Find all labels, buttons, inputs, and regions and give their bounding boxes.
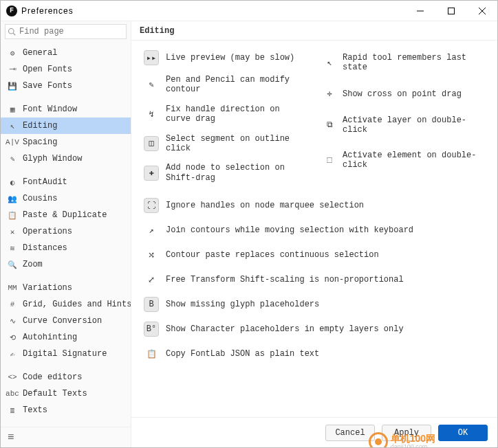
option-label: Ignore handles on node marquee selection bbox=[166, 201, 364, 210]
sidebar-item-zoom[interactable]: 🔍Zoom bbox=[1, 256, 131, 273]
tools-icon: ✕ bbox=[8, 227, 17, 236]
cursor-icon: ↖ bbox=[8, 121, 17, 131]
sidebar-item-label: Open Fonts bbox=[23, 65, 72, 74]
option-toggle[interactable]: ⤭Contour paste replaces continuous selec… bbox=[144, 247, 485, 262]
cancel-button[interactable]: Cancel bbox=[325, 425, 375, 441]
option-icon: ↯ bbox=[144, 107, 159, 122]
option-toggle[interactable]: B°Show Character placeholders in empty l… bbox=[144, 322, 485, 337]
option-toggle[interactable]: ⤢Free Transform Shift-scaling is non-pro… bbox=[144, 272, 485, 287]
option-toggle[interactable]: ⬚Activate element on double-click bbox=[323, 150, 485, 170]
sidebar-item-code-editors[interactable]: <>Code editors bbox=[1, 369, 131, 385]
sidebar-item-label: Font Window bbox=[23, 104, 77, 114]
option-label: Join contours while moving selection wit… bbox=[166, 225, 413, 235]
save-icon: 💾 bbox=[8, 81, 17, 91]
option-icon: ✛ bbox=[323, 88, 336, 100]
gear-icon: ⚙ bbox=[8, 48, 17, 58]
sidebar-item-cousins[interactable]: 👥Cousins bbox=[1, 190, 131, 207]
option-toggle[interactable]: ⧉Activate layer on double-click bbox=[323, 115, 485, 135]
sidebar-item-default-texts[interactable]: abcDefault Texts bbox=[1, 385, 131, 402]
sidebar-item-label: Glyph Window bbox=[23, 154, 82, 164]
minimize-button[interactable] bbox=[404, 1, 435, 21]
sidebar-item-grid-guides-and-hints[interactable]: #Grid, Guides and Hints bbox=[1, 296, 131, 313]
svg-rect-1 bbox=[448, 8, 454, 14]
glyph-icon: ✎ bbox=[8, 154, 17, 164]
sidebar-item-font-window[interactable]: ▦Font Window bbox=[1, 101, 131, 117]
option-icon: ↖ bbox=[323, 56, 336, 69]
sidebar-item-save-fonts[interactable]: 💾Save Fonts bbox=[1, 78, 131, 94]
sidebar-item-label: Autohinting bbox=[23, 333, 77, 342]
option-toggle[interactable]: ◫Select segment on outline click bbox=[144, 134, 303, 154]
option-toggle[interactable]: ↯Fix handle direction on curve drag bbox=[144, 104, 303, 124]
sidebar-item-autohinting[interactable]: ⟲Autohinting bbox=[1, 329, 131, 346]
sidebar-item-fontaudit[interactable]: ◐FontAudit bbox=[1, 174, 131, 190]
sidebar-item-label: Code editors bbox=[23, 372, 82, 382]
sidebar-item-spacing[interactable]: A|VSpacing bbox=[1, 134, 131, 150]
sidebar: ⚙General⭲Open Fonts💾Save Fonts▦Font Wind… bbox=[1, 21, 131, 447]
sidebar-item-distances[interactable]: ≋Distances bbox=[1, 240, 131, 256]
close-button[interactable] bbox=[466, 1, 497, 21]
grid-icon: ▦ bbox=[8, 104, 17, 114]
option-icon: B° bbox=[144, 322, 159, 337]
option-toggle[interactable]: ✎Pen and Pencil can modify contour bbox=[144, 75, 303, 95]
sidebar-item-digital-signature[interactable]: ✍Digital Signature bbox=[1, 346, 131, 362]
sidebar-item-open-fonts[interactable]: ⭲Open Fonts bbox=[1, 61, 131, 78]
option-toggle[interactable]: BShow missing glyph placeholders bbox=[144, 297, 485, 312]
sidebar-item-paste-duplicate[interactable]: 📋Paste & Duplicate bbox=[1, 207, 131, 223]
paste-icon: 📋 bbox=[8, 210, 17, 220]
option-label: Show Character placeholders in empty lay… bbox=[166, 324, 404, 334]
sidebar-item-variations[interactable]: MMVariations bbox=[1, 280, 131, 296]
sidebar-item-label: Digital Signature bbox=[23, 349, 107, 359]
sidebar-item-label: Distances bbox=[23, 243, 67, 253]
signature-icon: ✍ bbox=[8, 349, 17, 359]
app-icon: F bbox=[6, 5, 17, 16]
ok-button[interactable]: OK bbox=[438, 425, 488, 441]
svg-line-5 bbox=[13, 33, 15, 35]
option-toggle[interactable]: 📋Copy FontLab JSON as plain text bbox=[144, 346, 485, 361]
defaulttext-icon: abc bbox=[8, 389, 17, 399]
sidebar-item-label: Save Fonts bbox=[23, 81, 72, 91]
option-icon: ⧉ bbox=[323, 119, 336, 131]
sidebar-item-general[interactable]: ⚙General bbox=[1, 45, 131, 61]
option-icon: ✚ bbox=[144, 166, 159, 181]
sidebar-item-texts[interactable]: ≣Texts bbox=[1, 402, 131, 418]
option-label: Pen and Pencil can modify contour bbox=[166, 75, 303, 95]
texts-icon: ≣ bbox=[8, 405, 17, 415]
sidebar-item-editing[interactable]: ↖Editing bbox=[1, 117, 131, 134]
sidebar-item-label: Variations bbox=[23, 283, 72, 293]
menu-icon[interactable]: ≡ bbox=[8, 432, 14, 444]
open-icon: ⭲ bbox=[8, 65, 17, 74]
sidebar-item-label: Zoom bbox=[23, 260, 43, 269]
search-input[interactable] bbox=[5, 24, 127, 39]
option-toggle[interactable]: ▸▸Live preview (may be slow) bbox=[144, 50, 303, 65]
apply-button[interactable]: Apply bbox=[382, 425, 431, 441]
option-toggle[interactable]: ⛶Ignore handles on node marquee selectio… bbox=[144, 198, 485, 213]
option-toggle[interactable]: ↗Join contours while moving selection wi… bbox=[144, 223, 485, 238]
sidebar-item-glyph-window[interactable]: ✎Glyph Window bbox=[1, 150, 131, 167]
option-label: Fix handle direction on curve drag bbox=[166, 104, 303, 124]
sidebar-item-label: FontAudit bbox=[23, 177, 67, 187]
option-label: Show missing glyph placeholders bbox=[166, 300, 319, 309]
option-toggle[interactable]: ✛Show cross on point drag bbox=[323, 88, 485, 100]
page-heading: Editing bbox=[131, 21, 497, 41]
option-label: Show cross on point drag bbox=[343, 89, 462, 99]
yinyang-icon: ◐ bbox=[8, 177, 17, 187]
sidebar-item-curve-conversion[interactable]: ∿Curve Conversion bbox=[1, 313, 131, 329]
option-label: Live preview (may be slow) bbox=[166, 53, 294, 63]
sidebar-item-label: Default Texts bbox=[23, 389, 87, 399]
option-toggle[interactable]: ↖Rapid tool remembers last state bbox=[323, 53, 485, 73]
option-icon: ⤢ bbox=[144, 272, 159, 287]
sidebar-item-operations[interactable]: ✕Operations bbox=[1, 223, 131, 240]
maximize-button[interactable] bbox=[435, 1, 466, 21]
option-toggle[interactable]: ✚Add node to selection on Shift-drag bbox=[144, 163, 303, 183]
option-icon: 📋 bbox=[144, 346, 159, 361]
sidebar-item-label: Curve Conversion bbox=[23, 316, 102, 326]
option-icon: ▸▸ bbox=[144, 50, 159, 65]
titlebar: F Preferences bbox=[1, 1, 497, 21]
option-label: Rapid tool remembers last state bbox=[343, 53, 485, 73]
sidebar-item-label: Paste & Duplicate bbox=[23, 210, 107, 220]
sidebar-item-label: Texts bbox=[23, 405, 47, 415]
svg-point-4 bbox=[9, 29, 14, 34]
autohint-icon: ⟲ bbox=[8, 333, 17, 342]
option-label: Add node to selection on Shift-drag bbox=[166, 163, 303, 183]
people-icon: 👥 bbox=[8, 194, 17, 203]
